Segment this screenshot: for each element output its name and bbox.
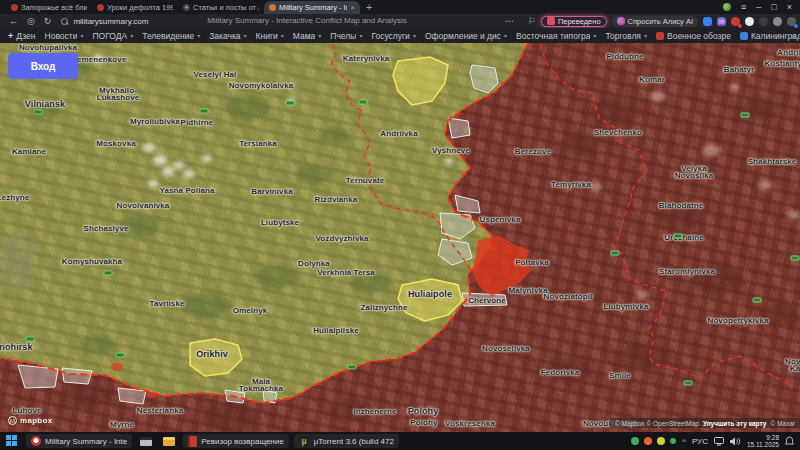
bookmark-label: Дзен	[16, 31, 35, 41]
terrain-patch	[445, 158, 453, 164]
hidden-icons-arrow[interactable]: ^	[682, 437, 686, 446]
taskbar-apps: Military Summary - InteРевизор возвращен…	[26, 434, 404, 448]
extensions-area: ✉	[703, 17, 796, 26]
bookmark-item[interactable]: Закачка▾	[209, 31, 246, 41]
bookmark-item[interactable]: Пчелы▾	[330, 31, 362, 41]
overflow-icon[interactable]: ⋯	[505, 16, 514, 26]
bookmark-label: Телевидение	[142, 31, 194, 41]
map-label: Novomykolaivka	[229, 82, 294, 89]
refresh-icon[interactable]: ↻	[44, 16, 52, 26]
bookmark-label: Закачка	[209, 31, 240, 41]
terrain-patch	[174, 161, 184, 169]
map-label: Vilniansk	[25, 101, 65, 108]
speaker-icon[interactable]	[730, 437, 741, 446]
back-icon[interactable]: ←	[9, 16, 18, 26]
taskbar-app-utorrent[interactable]: µµTorrent 3.6 (build 472	[294, 434, 399, 448]
bookmark-item[interactable]: Торговля▾	[605, 31, 647, 41]
extension-dark-icon[interactable]	[759, 17, 768, 26]
taskbar-app-revizor[interactable]: Ревизор возвращение	[183, 434, 288, 448]
browser-tab[interactable]: Military Summary - Int×	[264, 1, 360, 14]
tab-title: Запорожье всё ближе: В	[21, 3, 87, 12]
translated-button[interactable]: Переведено	[541, 16, 607, 27]
extension-red-badge-icon[interactable]	[731, 17, 740, 26]
extension-mail-icon[interactable]: ✉	[717, 17, 726, 26]
alice-icon	[617, 17, 625, 25]
url-field[interactable]: militarysummary.com	[73, 17, 148, 26]
profile-avatar[interactable]	[723, 3, 731, 11]
bookmark-item[interactable]: Оформление и дис▾	[425, 31, 507, 41]
tray-yellow-icon[interactable]	[657, 437, 665, 445]
terrain-patch	[143, 143, 155, 152]
extension-paw-icon[interactable]	[773, 17, 782, 26]
map-label: Tavriiske	[150, 300, 185, 307]
taskbar: Military Summary - InteРевизор возвращен…	[0, 432, 800, 450]
bookmark-label: Пчелы	[330, 31, 356, 41]
browser-tab[interactable]: Запорожье всё ближе: В	[6, 1, 92, 14]
tray-orange-icon[interactable]	[644, 437, 652, 445]
search-icon	[61, 18, 68, 25]
close-button[interactable]: ×	[787, 0, 792, 14]
map-label: Veselyi Hai	[194, 71, 237, 78]
map-label: Lezhyne	[0, 194, 29, 201]
map-label: Komar	[639, 76, 665, 83]
taskbar-app-military-summary[interactable]: Military Summary - Inte	[26, 434, 132, 448]
browser-tab[interactable]: Уроки дефолта 1998 год	[92, 1, 178, 14]
terrain-patch	[758, 181, 772, 190]
chevron-down-icon: ▾	[244, 32, 247, 39]
bookmark-item[interactable]: Телевидение▾	[142, 31, 200, 41]
taskbar-app-media-player[interactable]	[137, 434, 155, 448]
extension-white-icon[interactable]	[745, 17, 754, 26]
windows-start-button[interactable]	[6, 435, 18, 447]
tab-close-icon[interactable]: ×	[350, 3, 355, 12]
map-label: Novopetrykivka	[708, 317, 769, 324]
display-icon[interactable]	[714, 437, 724, 446]
bookmark-flag-icon[interactable]: ⚐	[528, 16, 536, 26]
bookmark-item[interactable]: +Дзен	[8, 31, 36, 41]
clock[interactable]: 9:28 15.11.2025	[747, 434, 779, 448]
map-label: Bahatyr	[724, 66, 755, 73]
bookmark-item[interactable]: Новости▾	[45, 31, 84, 41]
route-shield-icon	[286, 101, 295, 106]
minimize-button[interactable]: –	[756, 0, 761, 14]
login-button[interactable]: Вход	[8, 53, 78, 79]
bookmark-item[interactable]: ПОГОДА▾	[92, 31, 133, 41]
terrain-patch	[202, 155, 212, 162]
bookmark-item[interactable]: Военное обозре	[656, 31, 731, 41]
conflict-map[interactable]: NovohupalivkaSemenenkoveVeselyi HaiNovom…	[0, 43, 800, 432]
map-label: Mykhailo- Lukashove	[97, 87, 140, 101]
bookmarks-overflow-icon[interactable]: »	[791, 31, 796, 41]
chevron-down-icon: ▾	[197, 32, 200, 39]
tray-green-icon[interactable]	[631, 437, 639, 445]
bookmark-item[interactable]: Книги▾	[256, 31, 284, 41]
map-label: Vyshneve	[432, 147, 470, 154]
notification-bell-icon[interactable]	[785, 436, 794, 446]
browser-tab[interactable]: +Статьи и посты от любим	[178, 1, 264, 14]
menu-icon[interactable]: ≡	[741, 0, 746, 14]
map-label: Komyshuvakha	[62, 258, 122, 265]
maxar-text: © Maxar	[770, 420, 795, 427]
maximize-button[interactable]: □	[771, 0, 776, 14]
map-label: Katerynivka	[343, 55, 389, 62]
language-indicator[interactable]: РУС	[692, 437, 708, 446]
map-label: Rizdvianka	[315, 196, 358, 203]
protect-icon[interactable]: ◎	[27, 16, 35, 26]
military-review-favicon	[656, 32, 664, 40]
terrain-patch	[788, 211, 800, 219]
bookmark-item[interactable]: Госуслуги▾	[371, 31, 416, 41]
utorrent-icon: µ	[299, 436, 310, 447]
bookmark-item[interactable]: Восточная типогра▾	[516, 31, 596, 41]
new-tab-button[interactable]: +	[366, 1, 372, 14]
bookmark-item[interactable]: Мама▾	[293, 31, 322, 41]
ask-alice-button[interactable]: Спросить Алису AI	[612, 16, 698, 27]
terrain-patch	[590, 183, 602, 191]
map-label: Liubymivka	[603, 303, 648, 310]
extension-profile-icon[interactable]	[787, 17, 796, 26]
extension-blue-icon[interactable]	[703, 17, 712, 26]
terrain-patch	[636, 291, 648, 299]
tray-mini-green-icon[interactable]	[670, 438, 676, 444]
taskbar-app-explorer[interactable]	[160, 434, 178, 448]
terrain-patch	[730, 83, 740, 90]
map-label: Shakhtarske	[748, 158, 797, 165]
map-label: Smile	[609, 372, 631, 379]
improve-map-link[interactable]: Улучшить эту карту	[703, 420, 766, 427]
